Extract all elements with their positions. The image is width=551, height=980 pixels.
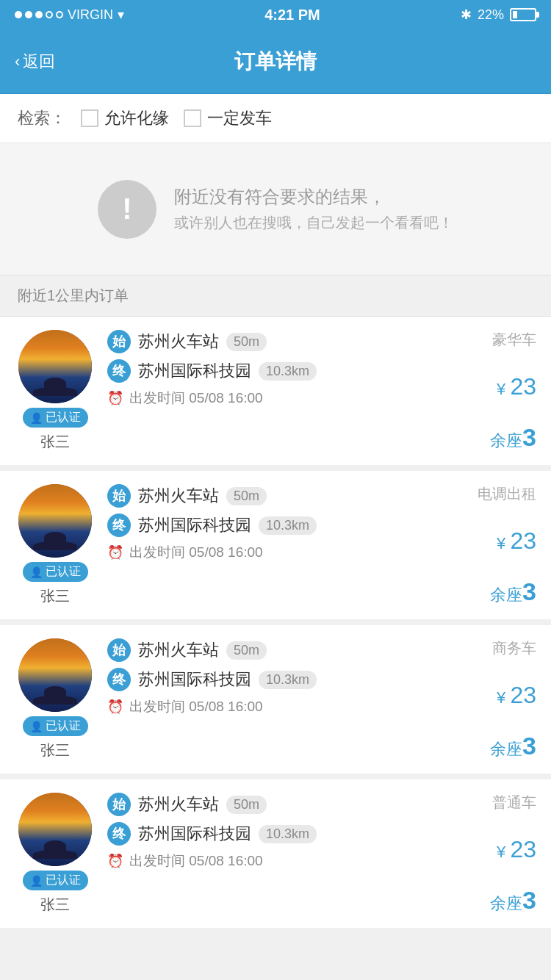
no-results-section: ! 附近没有符合要求的结果， 或许别人也在搜哦，自己发起一个看看吧！ bbox=[0, 143, 551, 275]
back-chevron-icon: ‹ bbox=[15, 52, 20, 71]
clock-icon: ⏰ bbox=[107, 390, 123, 406]
car-type: 商务车 bbox=[492, 638, 536, 658]
trip-card[interactable]: 👤 已认证 张三 始 苏州火车站 50m 终 苏州国际科技园 10.3km ⏰ … bbox=[0, 779, 551, 934]
seats-count: 3 bbox=[522, 886, 536, 914]
seats: 余座3 bbox=[490, 886, 536, 915]
wifi-icon: ▾ bbox=[118, 7, 124, 23]
carrier-label: VIRGIN bbox=[68, 7, 113, 23]
price: ¥ 23 bbox=[497, 836, 536, 863]
start-distance: 50m bbox=[226, 641, 267, 660]
end-route-row: 终 苏州国际科技园 10.3km bbox=[107, 668, 436, 691]
person-icon: 👤 bbox=[30, 566, 43, 578]
person-icon: 👤 bbox=[30, 875, 43, 887]
verified-label: 已认证 bbox=[46, 873, 81, 888]
clock-icon: ⏰ bbox=[107, 853, 123, 869]
verified-label: 已认证 bbox=[46, 564, 81, 580]
trip-meta: 电调出租 ¥ 23 余座3 bbox=[448, 484, 536, 606]
start-route-row: 始 苏州火车站 50m bbox=[107, 484, 436, 508]
end-route-row: 终 苏州国际科技园 10.3km bbox=[107, 822, 436, 846]
yen-symbol: ¥ bbox=[497, 843, 510, 861]
avatar bbox=[18, 638, 92, 712]
trip-list: 👤 已认证 张三 始 苏州火车站 50m 终 苏州国际科技园 10.3km ⏰ … bbox=[0, 317, 551, 934]
trip-meta: 普通车 ¥ 23 余座3 bbox=[448, 793, 536, 915]
verified-badge: 👤 已认证 bbox=[23, 562, 88, 582]
clock-icon: ⏰ bbox=[107, 699, 123, 715]
verified-label: 已认证 bbox=[46, 410, 81, 425]
search-bar: 检索： 允许化缘 一定发车 bbox=[0, 94, 551, 143]
status-right: ✱ 22% bbox=[461, 7, 536, 23]
start-route-row: 始 苏州火车站 50m bbox=[107, 330, 436, 353]
trip-card[interactable]: 👤 已认证 张三 始 苏州火车站 50m 终 苏州国际科技园 10.3km ⏰ … bbox=[0, 317, 551, 471]
time-row: ⏰ 出发时间 05/08 16:00 bbox=[107, 543, 436, 562]
back-label: 返回 bbox=[23, 51, 55, 73]
option2-checkbox[interactable]: 一定发车 bbox=[184, 107, 272, 129]
avatar bbox=[18, 793, 92, 866]
section-header: 附近1公里内订单 bbox=[0, 275, 551, 317]
price: ¥ 23 bbox=[497, 682, 536, 709]
end-distance: 10.3km bbox=[259, 825, 317, 843]
start-badge: 始 bbox=[107, 793, 131, 816]
yen-symbol: ¥ bbox=[497, 534, 510, 552]
verified-badge: 👤 已认证 bbox=[23, 408, 88, 428]
trip-info: 始 苏州火车站 50m 终 苏州国际科技园 10.3km ⏰ 出发时间 05/0… bbox=[107, 484, 436, 606]
trip-info: 始 苏州火车站 50m 终 苏州国际科技园 10.3km ⏰ 出发时间 05/0… bbox=[107, 793, 436, 915]
depart-time: 出发时间 05/08 16:00 bbox=[129, 543, 263, 562]
end-distance: 10.3km bbox=[259, 671, 317, 689]
status-bar: VIRGIN ▾ 4:21 PM ✱ 22% bbox=[0, 0, 551, 29]
signal-dot-3 bbox=[35, 11, 43, 18]
car-type: 电调出租 bbox=[478, 484, 536, 504]
user-name: 张三 bbox=[40, 895, 70, 915]
trip-meta: 豪华车 ¥ 23 余座3 bbox=[448, 330, 536, 452]
end-badge: 终 bbox=[107, 668, 131, 691]
trip-info: 始 苏州火车站 50m 终 苏州国际科技园 10.3km ⏰ 出发时间 05/0… bbox=[107, 638, 436, 760]
checkbox-2[interactable] bbox=[184, 109, 201, 127]
price: ¥ 23 bbox=[497, 527, 536, 555]
battery-icon bbox=[510, 8, 536, 21]
time-row: ⏰ 出发时间 05/08 16:00 bbox=[107, 697, 436, 716]
no-results-inner: ! 附近没有符合要求的结果， 或许别人也在搜哦，自己发起一个看看吧！ bbox=[98, 180, 453, 239]
signal-dot-4 bbox=[46, 11, 53, 18]
end-route-row: 终 苏州国际科技园 10.3km bbox=[107, 359, 436, 383]
battery-percent: 22% bbox=[478, 7, 504, 23]
status-time: 4:21 PM bbox=[264, 7, 320, 24]
end-name: 苏州国际科技园 bbox=[138, 360, 251, 382]
nav-bar: ‹ 返回 订单详情 bbox=[0, 29, 551, 94]
start-name: 苏州火车站 bbox=[138, 485, 219, 507]
depart-time: 出发时间 05/08 16:00 bbox=[129, 851, 263, 871]
avatar bbox=[18, 484, 92, 558]
car-type: 豪华车 bbox=[492, 330, 536, 350]
option1-checkbox[interactable]: 允许化缘 bbox=[81, 107, 169, 129]
start-distance: 50m bbox=[226, 796, 267, 814]
verified-badge: 👤 已认证 bbox=[23, 716, 88, 736]
price: ¥ 23 bbox=[497, 373, 536, 400]
exclaim-icon: ! bbox=[98, 180, 156, 239]
start-badge: 始 bbox=[107, 330, 131, 353]
depart-time: 出发时间 05/08 16:00 bbox=[129, 389, 263, 408]
status-left: VIRGIN ▾ bbox=[15, 7, 124, 23]
trip-card[interactable]: 👤 已认证 张三 始 苏州火车站 50m 终 苏州国际科技园 10.3km ⏰ … bbox=[0, 471, 551, 625]
signal-dot-2 bbox=[25, 11, 32, 18]
user-name: 张三 bbox=[40, 586, 70, 606]
seats-count: 3 bbox=[522, 577, 536, 605]
yen-symbol: ¥ bbox=[497, 380, 510, 398]
end-distance: 10.3km bbox=[259, 362, 317, 381]
start-distance: 50m bbox=[226, 487, 267, 505]
depart-time: 出发时间 05/08 16:00 bbox=[129, 697, 263, 716]
page-title: 订单详情 bbox=[234, 48, 317, 76]
back-button[interactable]: ‹ 返回 bbox=[15, 51, 55, 73]
end-badge: 终 bbox=[107, 359, 131, 383]
no-results-main: 附近没有符合要求的结果， bbox=[174, 185, 453, 209]
trip-card[interactable]: 👤 已认证 张三 始 苏州火车站 50m 终 苏州国际科技园 10.3km ⏰ … bbox=[0, 625, 551, 779]
avatar bbox=[18, 330, 92, 403]
start-distance: 50m bbox=[226, 333, 267, 351]
option2-label: 一定发车 bbox=[207, 107, 272, 129]
end-route-row: 终 苏州国际科技园 10.3km bbox=[107, 514, 436, 537]
checkbox-1[interactable] bbox=[81, 109, 98, 127]
signal-dot-1 bbox=[15, 11, 22, 18]
user-name: 张三 bbox=[40, 741, 70, 760]
end-badge: 终 bbox=[107, 822, 131, 846]
seats: 余座3 bbox=[490, 423, 536, 452]
person-icon: 👤 bbox=[30, 721, 43, 732]
search-label: 检索： bbox=[18, 107, 66, 129]
seats-count: 3 bbox=[522, 732, 536, 760]
